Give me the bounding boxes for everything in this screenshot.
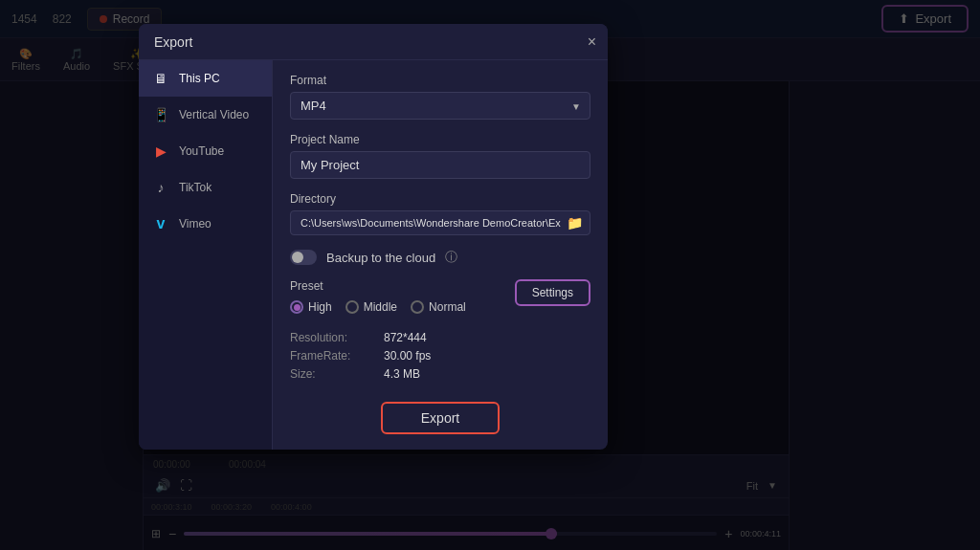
preset-row: Preset High Middle Normal	[290, 279, 590, 314]
export-modal: Export × 🖥 This PC 📱 Vertical Video ▶ Yo…	[139, 24, 608, 450]
preset-middle[interactable]: Middle	[345, 300, 397, 314]
size-label: Size:	[290, 367, 376, 381]
directory-wrapper: 📁	[290, 210, 590, 235]
framerate-value: 30.00 fps	[384, 349, 590, 363]
preset-label: Preset	[290, 279, 466, 293]
tiktok-label: TikTok	[179, 181, 212, 194]
format-select-wrapper: MP4 MOV AVI GIF MP3 ▼	[290, 92, 590, 120]
sidebar-item-youtube[interactable]: ▶ YouTube	[139, 133, 272, 169]
modal-title: Export	[154, 34, 192, 50]
sidebar-item-tiktok[interactable]: ♪ TikTok	[139, 169, 272, 206]
export-modal-button[interactable]: Export	[381, 402, 500, 434]
vertical-video-icon: 📱	[152, 106, 169, 123]
this-pc-icon: 🖥	[152, 70, 169, 87]
sidebar-item-vimeo[interactable]: v Vimeo	[139, 206, 272, 242]
backup-row: Backup to the cloud ⓘ	[290, 249, 590, 266]
size-value: 4.3 MB	[384, 367, 590, 381]
settings-button[interactable]: Settings	[515, 279, 590, 306]
format-group: Format MP4 MOV AVI GIF MP3 ▼	[290, 74, 590, 120]
toggle-dot	[292, 252, 303, 263]
modal-titlebar: Export ×	[139, 24, 608, 60]
project-name-group: Project Name	[290, 133, 590, 179]
sidebar-item-vertical-video[interactable]: 📱 Vertical Video	[139, 97, 272, 133]
radio-middle-icon	[345, 300, 359, 314]
modal-form-content: Format MP4 MOV AVI GIF MP3 ▼ Project Nam…	[273, 24, 608, 450]
modal-overlay: Export × 🖥 This PC 📱 Vertical Video ▶ Yo…	[0, 0, 980, 550]
backup-label: Backup to the cloud	[326, 251, 435, 265]
preset-high[interactable]: High	[290, 300, 332, 314]
resolution-value: 872*444	[384, 331, 590, 344]
tiktok-icon: ♪	[152, 179, 169, 196]
modal-footer: Export	[290, 394, 590, 434]
directory-group: Directory 📁	[290, 192, 590, 235]
this-pc-label: This PC	[179, 72, 220, 85]
preset-normal-label: Normal	[429, 300, 466, 314]
modal-sidebar: 🖥 This PC 📱 Vertical Video ▶ YouTube ♪ T…	[139, 24, 273, 450]
vimeo-label: Vimeo	[179, 217, 212, 231]
directory-label: Directory	[290, 192, 590, 206]
project-name-input[interactable]	[290, 151, 590, 179]
resolution-label: Resolution:	[290, 331, 376, 344]
format-select[interactable]: MP4 MOV AVI GIF MP3	[290, 92, 590, 120]
sidebar-item-this-pc[interactable]: 🖥 This PC	[139, 60, 272, 97]
preset-left: Preset High Middle Normal	[290, 279, 466, 314]
radio-normal-icon	[411, 300, 424, 314]
preset-high-label: High	[308, 300, 332, 314]
project-name-label: Project Name	[290, 133, 590, 146]
folder-icon[interactable]: 📁	[567, 215, 583, 231]
preset-middle-label: Middle	[364, 300, 397, 314]
format-label: Format	[290, 74, 590, 87]
youtube-label: YouTube	[179, 144, 224, 158]
backup-toggle[interactable]	[290, 250, 317, 265]
export-details: Resolution: 872*444 FrameRate: 30.00 fps…	[290, 331, 590, 381]
preset-normal[interactable]: Normal	[411, 300, 466, 314]
youtube-icon: ▶	[152, 143, 169, 160]
modal-close-button[interactable]: ×	[588, 34, 596, 50]
vimeo-icon: v	[152, 215, 169, 232]
directory-input[interactable]	[290, 210, 590, 235]
backup-info-icon[interactable]: ⓘ	[445, 249, 457, 266]
framerate-label: FrameRate:	[290, 349, 376, 363]
vertical-video-label: Vertical Video	[179, 108, 249, 121]
preset-radio-group: High Middle Normal	[290, 300, 466, 314]
radio-high-icon	[290, 300, 303, 314]
